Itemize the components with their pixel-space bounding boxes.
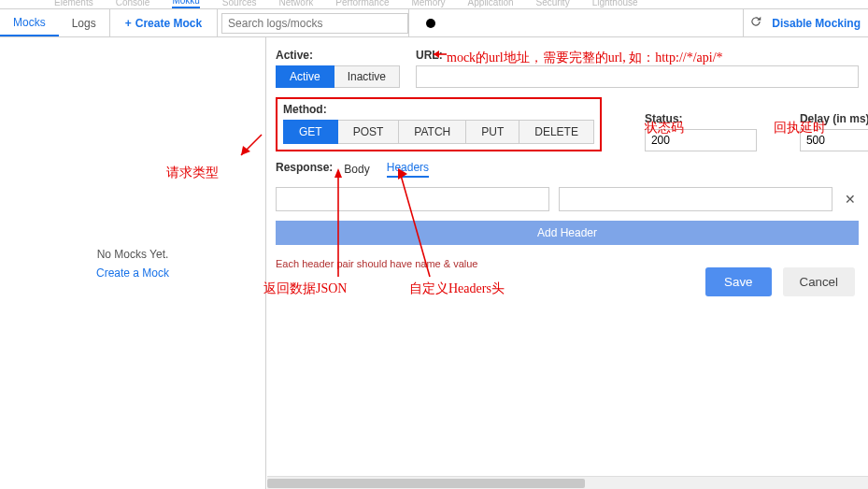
delay-input[interactable] bbox=[800, 129, 868, 151]
mock-list-pane: No Mocks Yet. Create a Mock bbox=[0, 37, 266, 489]
tab-logs[interactable]: Logs bbox=[59, 9, 109, 36]
mock-form-pane: Active: Active Inactive URL: Method: GET… bbox=[266, 37, 868, 489]
response-label: Response: bbox=[276, 161, 333, 174]
toolbar-mid bbox=[409, 19, 743, 28]
devtools-tab[interactable]: Memory bbox=[411, 0, 445, 8]
search-input[interactable] bbox=[221, 13, 408, 34]
devtools-tab[interactable]: Console bbox=[116, 0, 150, 8]
search-wrap bbox=[221, 13, 408, 34]
method-put[interactable]: PUT bbox=[466, 120, 519, 144]
cancel-button[interactable]: Cancel bbox=[783, 267, 856, 296]
header-pair-row: ✕ bbox=[276, 187, 859, 211]
response-tab-headers[interactable]: Headers bbox=[387, 161, 429, 178]
url-input[interactable] bbox=[416, 65, 859, 88]
horizontal-scrollbar[interactable] bbox=[267, 476, 868, 489]
devtools-tab[interactable]: Network bbox=[279, 0, 314, 8]
devtools-tab[interactable]: Security bbox=[536, 0, 570, 8]
url-label: URL: bbox=[416, 49, 859, 62]
save-button[interactable]: Save bbox=[705, 267, 771, 296]
header-name-input[interactable] bbox=[276, 187, 549, 211]
add-header-button[interactable]: Add Header bbox=[276, 221, 859, 245]
devtools-tab[interactable]: Elements bbox=[54, 0, 93, 8]
plus-icon: + bbox=[125, 17, 132, 30]
active-label: Active: bbox=[276, 49, 408, 62]
method-group-highlight: Method: GET POST PATCH PUT DELETE bbox=[276, 97, 602, 151]
method-patch[interactable]: PATCH bbox=[399, 120, 466, 144]
status-input[interactable] bbox=[645, 129, 757, 151]
devtools-tab-strip: Elements Console Mokku Sources Network P… bbox=[0, 0, 868, 9]
devtools-tab[interactable]: Performance bbox=[335, 0, 389, 8]
tab-mocks[interactable]: Mocks bbox=[0, 9, 59, 36]
delay-label: Delay (in ms): bbox=[800, 112, 868, 125]
remove-header-icon[interactable]: ✕ bbox=[842, 192, 859, 207]
devtools-tab[interactable]: Application bbox=[468, 0, 514, 8]
method-toggle: GET POST PATCH PUT DELETE bbox=[283, 120, 594, 144]
method-post[interactable]: POST bbox=[338, 120, 400, 144]
active-button[interactable]: Active bbox=[276, 65, 334, 88]
scrollbar-thumb[interactable] bbox=[267, 479, 585, 488]
inactive-button[interactable]: Inactive bbox=[334, 65, 400, 88]
record-dot-icon[interactable] bbox=[426, 19, 435, 28]
empty-text: No Mocks Yet. bbox=[97, 248, 169, 261]
devtools-tab[interactable]: Sources bbox=[222, 0, 257, 8]
create-mock-link[interactable]: Create a Mock bbox=[96, 266, 169, 280]
method-delete[interactable]: DELETE bbox=[519, 120, 594, 144]
toolbar: Mocks Logs + Create Mock Disable Mocking bbox=[0, 9, 868, 37]
header-value-input[interactable] bbox=[559, 187, 832, 211]
response-tab-body[interactable]: Body bbox=[344, 163, 369, 178]
active-toggle: Active Inactive bbox=[276, 65, 408, 88]
disable-mocking-link[interactable]: Disable Mocking bbox=[772, 17, 862, 30]
status-label: Status: bbox=[645, 112, 757, 125]
divider bbox=[217, 9, 218, 36]
method-get[interactable]: GET bbox=[283, 120, 338, 144]
method-label: Method: bbox=[283, 103, 594, 116]
devtools-tab[interactable]: Lighthouse bbox=[592, 0, 638, 8]
reload-icon[interactable] bbox=[749, 15, 762, 31]
devtools-tab-active[interactable]: Mokku bbox=[172, 0, 199, 8]
create-mock-button[interactable]: + Create Mock bbox=[110, 17, 217, 30]
